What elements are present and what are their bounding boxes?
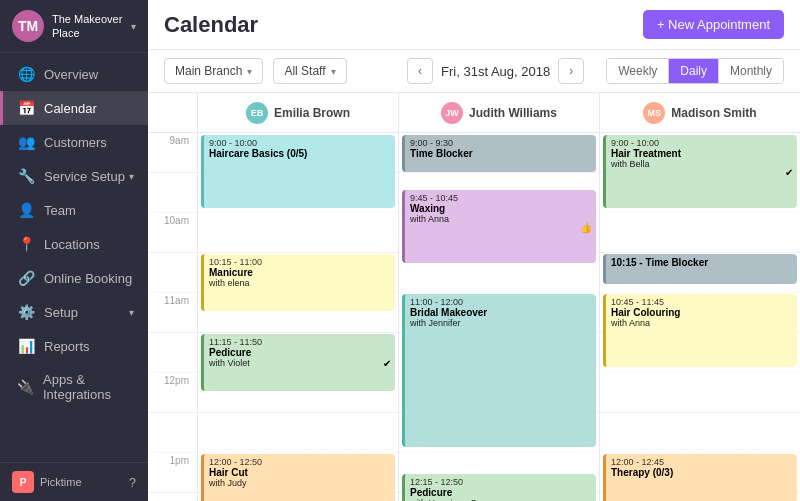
event-bridal[interactable]: 11:00 - 12:00 Bridal Makeover with Jenni… (402, 294, 596, 447)
help-button[interactable]: ? (129, 475, 136, 490)
sidebar-label-team: Team (44, 203, 76, 218)
event-haircut[interactable]: 12:00 - 12:50 Hair Cut with Judy (201, 454, 395, 501)
event-title: Pedicure (209, 347, 390, 358)
locations-icon: 📍 (17, 236, 35, 252)
time-slot-1130: 11:30 (148, 333, 197, 373)
sidebar-item-setup[interactable]: ⚙️ Setup ▾ (0, 295, 148, 329)
staff-col-madison: MS Madison Smith 9:00 - 1 (600, 93, 800, 501)
staff-header-madison: MS Madison Smith (600, 93, 800, 133)
next-date-button[interactable]: › (558, 58, 584, 84)
event-haircare[interactable]: 9:00 - 10:00 Haircare Basics (0/5) (201, 135, 395, 208)
staff-grid-judith: 9:00 - 9:30 Time Blocker 9:45 - 10:45 Wa… (399, 133, 599, 501)
sidebar-label-overview: Overview (44, 67, 98, 82)
time-column: 9am 9:30 10am 10:30 11am 11:30 12pm 12:3… (148, 93, 198, 501)
sidebar-nav: 🌐 Overview 📅 Calendar 👥 Customers 🔧 Serv… (0, 53, 148, 462)
checkmark-icon: ✔ (383, 357, 391, 368)
event-title: Hair Colouring (611, 307, 792, 318)
logo-chevron-icon: ▾ (131, 21, 136, 32)
view-tabs: Weekly Daily Monthly (606, 58, 784, 84)
sidebar-label-online-booking: Online Booking (44, 271, 132, 286)
sidebar-item-overview[interactable]: 🌐 Overview (0, 57, 148, 91)
sidebar-label-apps: Apps & Integrations (43, 372, 134, 402)
sidebar-item-team[interactable]: 👤 Team (0, 193, 148, 227)
staff-grid-emilia: 9:00 - 10:00 Haircare Basics (0/5) 10:15… (198, 133, 398, 501)
sidebar-footer: P Picktime ? (0, 462, 148, 501)
sidebar-item-service-setup[interactable]: 🔧 Service Setup ▾ (0, 159, 148, 193)
sidebar-label-locations: Locations (44, 237, 100, 252)
event-time: 9:45 - 10:45 (410, 193, 591, 203)
event-hair-colouring-madison[interactable]: 10:45 - 11:45 Hair Colouring with Anna (603, 294, 797, 367)
staff-name-madison: Madison Smith (671, 106, 756, 120)
event-sub: with Violet (209, 358, 390, 368)
event-time-blocker-madison[interactable]: 10:15 - Time Blocker (603, 254, 797, 284)
event-sub: with Judy (209, 478, 390, 488)
prev-date-button[interactable]: ‹ (407, 58, 433, 84)
top-bar: Calendar + New Appointment (148, 0, 800, 50)
event-pedicure-judith[interactable]: 12:15 - 12:50 Pedicure with Hermione Gra… (402, 474, 596, 501)
event-time: 9:00 - 10:00 (611, 138, 792, 148)
customers-icon: 👥 (17, 134, 35, 150)
daily-view-tab[interactable]: Daily (669, 59, 719, 83)
sidebar-item-calendar[interactable]: 📅 Calendar (0, 91, 148, 125)
event-hair-treatment-madison[interactable]: 9:00 - 10:00 Hair Treatment with Bella ✔ (603, 135, 797, 208)
event-time: 10:15 - 11:00 (209, 257, 390, 267)
event-title: Hair Cut (209, 467, 390, 478)
event-time: 11:15 - 11:50 (209, 337, 390, 347)
avatar-judith: JW (441, 102, 463, 124)
main-content: Calendar + New Appointment Main Branch ▾… (148, 0, 800, 501)
weekly-view-tab[interactable]: Weekly (607, 59, 669, 83)
staff-columns: EB Emilia Brown (198, 93, 800, 501)
calendar-icon: 📅 (17, 100, 35, 116)
brand-logo: P Picktime (12, 471, 129, 493)
sidebar-item-locations[interactable]: 📍 Locations (0, 227, 148, 261)
time-slot-130: 1:30 (148, 493, 197, 501)
sidebar-label-customers: Customers (44, 135, 107, 150)
time-slot-1230: 12:30 (148, 413, 197, 453)
time-slot-9am: 9am (148, 133, 197, 173)
branch-label: Main Branch (175, 64, 242, 78)
event-title: Pedicure (410, 487, 591, 498)
event-pedicure[interactable]: 11:15 - 11:50 Pedicure with Violet ✔ (201, 334, 395, 391)
sidebar-item-reports[interactable]: 📊 Reports (0, 329, 148, 363)
branch-chevron-icon: ▾ (247, 66, 252, 77)
event-sub: with elena (209, 278, 390, 288)
sidebar-label-reports: Reports (44, 339, 90, 354)
event-title: Bridal Makeover (410, 307, 591, 318)
staff-selector[interactable]: All Staff ▾ (273, 58, 346, 84)
event-therapy[interactable]: 12:00 - 12:45 Therapy (0/3) (603, 454, 797, 501)
staff-col-emilia: EB Emilia Brown (198, 93, 399, 501)
event-sub: with Bella (611, 159, 792, 169)
event-time: 12:00 - 12:45 (611, 457, 792, 467)
event-time: 12:15 - 12:50 (410, 477, 591, 487)
time-header (148, 93, 197, 133)
sidebar-item-customers[interactable]: 👥 Customers (0, 125, 148, 159)
service-setup-chevron-icon: ▾ (129, 171, 134, 182)
staff-name-emilia: Emilia Brown (274, 106, 350, 120)
company-name: The Makeover Place (52, 12, 131, 41)
event-time: 11:00 - 12:00 (410, 297, 591, 307)
date-navigation: ‹ Fri, 31st Aug, 2018 › (407, 58, 584, 84)
event-time: 9:00 - 10:00 (209, 138, 390, 148)
event-title: Manicure (209, 267, 390, 278)
setup-chevron-icon: ▾ (129, 307, 134, 318)
event-time-blocker-1[interactable]: 9:00 - 9:30 Time Blocker (402, 135, 596, 172)
time-slot-930: 9:30 (148, 173, 197, 213)
event-waxing-judith[interactable]: 9:45 - 10:45 Waxing with Anna 👍 (402, 190, 596, 263)
sidebar-item-online-booking[interactable]: 🔗 Online Booking (0, 261, 148, 295)
event-title: 10:15 - Time Blocker (611, 257, 792, 268)
calendar-body: 9am 9:30 10am 10:30 11am 11:30 12pm 12:3… (148, 93, 800, 501)
new-appointment-button[interactable]: + New Appointment (643, 10, 784, 39)
team-icon: 👤 (17, 202, 35, 218)
sidebar-logo[interactable]: TM The Makeover Place ▾ (0, 0, 148, 53)
time-slot-11am: 11am (148, 293, 197, 333)
sidebar-label-calendar: Calendar (44, 101, 97, 116)
staff-label: All Staff (284, 64, 325, 78)
event-manicure[interactable]: 10:15 - 11:00 Manicure with elena (201, 254, 395, 311)
event-time: 9:00 - 9:30 (410, 138, 591, 148)
time-slot-12pm: 12pm (148, 373, 197, 413)
monthly-view-tab[interactable]: Monthly (719, 59, 783, 83)
apps-icon: 🔌 (17, 379, 34, 395)
branch-selector[interactable]: Main Branch ▾ (164, 58, 263, 84)
avatar-madison: MS (643, 102, 665, 124)
sidebar-item-apps[interactable]: 🔌 Apps & Integrations (0, 363, 148, 411)
